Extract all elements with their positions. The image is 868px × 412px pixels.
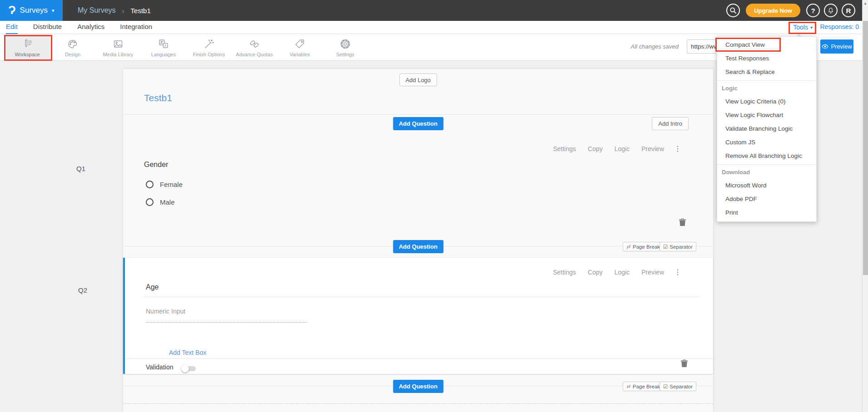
q1-option-female-label[interactable]: Female	[160, 181, 183, 188]
notifications-button[interactable]	[824, 4, 838, 17]
tab-edit[interactable]: Edit	[6, 21, 18, 34]
section-nav: Edit Distribute Analytics Integration To…	[0, 21, 868, 34]
menu-divider	[717, 164, 816, 165]
add-question-button-top[interactable]: Add Question	[393, 117, 443, 130]
caret-down-icon: ▾	[810, 21, 813, 34]
menu-item-remove-all-branching-logic[interactable]: Remove All Branching Logic	[717, 149, 816, 163]
product-name: Surveys	[20, 6, 48, 15]
menu-item-custom-js[interactable]: Custom JS	[717, 136, 816, 149]
toolbar-item-languages[interactable]: A Languages	[141, 34, 186, 60]
add-text-box-link[interactable]: Add Text Box	[169, 349, 206, 356]
add-logo-button[interactable]: Add Logo	[399, 74, 437, 86]
nav-tabs: Edit Distribute Analytics Integration	[6, 21, 152, 34]
page-break-button[interactable]: Page Break	[623, 242, 664, 251]
q1-actions-row: Settings Copy Logic Preview ⋮	[553, 144, 681, 153]
page-scrollbar[interactable]: ▲	[862, 0, 868, 412]
help-button[interactable]: ?	[806, 4, 820, 17]
q2-preview-action[interactable]: Preview	[641, 269, 664, 276]
tab-integration[interactable]: Integration	[120, 21, 152, 34]
q2-delete-button[interactable]	[681, 359, 688, 369]
search-button[interactable]	[726, 4, 740, 17]
validation-toggle[interactable]	[181, 365, 196, 372]
preview-button[interactable]: Preview	[820, 39, 853, 54]
add-question-button-bottom[interactable]: Add Question	[393, 380, 443, 393]
q2-settings-action[interactable]: Settings	[553, 269, 576, 276]
survey-title[interactable]: Testb1	[144, 93, 172, 103]
page-break-button[interactable]: Page Break	[623, 382, 664, 391]
checkbox-check-icon: ☑	[663, 383, 668, 390]
languages-translate-icon: A	[158, 38, 169, 50]
toolbar-item-variables[interactable]: Variables	[277, 34, 322, 60]
question-divider	[125, 358, 713, 359]
menu-item-view-logic-flowchart[interactable]: View Logic Flowchart	[717, 108, 816, 122]
search-icon	[729, 7, 737, 14]
toolbar-items: Workspace Design Media Library A Languag…	[5, 34, 368, 60]
question-divider	[144, 297, 699, 297]
breadcrumb-current-survey: Testb1	[131, 7, 151, 15]
scrollbar-up-arrow-icon[interactable]: ▲	[863, 1, 868, 5]
checkbox-check-icon: ☑	[663, 244, 668, 250]
q1-delete-button[interactable]	[679, 218, 686, 228]
toolbar-item-finish-options[interactable]: Finish Options	[186, 34, 232, 60]
q2-question-title[interactable]: Age	[146, 283, 159, 291]
q1-question-title[interactable]: Gender	[144, 161, 168, 169]
menu-item-view-logic-criteria[interactable]: View Logic Criteria (0)	[717, 95, 816, 108]
menu-item-adobe-pdf[interactable]: Adobe PDF	[717, 192, 816, 206]
numeric-input-field[interactable]: Numeric Input	[146, 308, 307, 323]
menu-item-search-replace[interactable]: Search & Replace	[717, 65, 816, 79]
separator-button[interactable]: ☑ Separator	[660, 242, 696, 251]
trash-icon	[679, 218, 686, 226]
upgrade-now-button[interactable]: Upgrade Now	[746, 4, 800, 17]
scrollbar-thumb[interactable]	[863, 21, 868, 275]
toolbar-item-workspace[interactable]: Workspace	[5, 34, 50, 60]
menu-item-validate-branching-logic[interactable]: Validate Branching Logic	[717, 122, 816, 136]
q2-question-card-selected[interactable]: Settings Copy Logic Preview ⋮ Age Numeri…	[123, 258, 713, 374]
radio-button-icon[interactable]	[146, 198, 154, 206]
workspace-icon	[21, 38, 33, 50]
q1-preview-action[interactable]: Preview	[641, 145, 664, 152]
account-avatar[interactable]: R	[842, 4, 855, 17]
menu-item-test-responses[interactable]: Test Responses	[717, 52, 816, 65]
separator-button[interactable]: ☑ Separator	[660, 382, 696, 391]
responses-count[interactable]: Responses: 0	[820, 21, 859, 34]
menu-item-compact-view[interactable]: Compact View	[717, 38, 816, 52]
kebab-menu-icon[interactable]: ⋮	[674, 268, 681, 276]
surveys-product-menu[interactable]: Ɂ Surveys ▾	[0, 0, 63, 21]
add-intro-button[interactable]: Add Intro	[652, 117, 689, 130]
questionpro-logo-icon: Ɂ	[8, 5, 15, 16]
menu-item-microsoft-word[interactable]: Microsoft Word	[717, 179, 816, 192]
q1-copy-action[interactable]: Copy	[588, 145, 603, 152]
q2-actions-row: Settings Copy Logic Preview ⋮	[553, 268, 681, 276]
topbar-actions: Upgrade Now ? R	[726, 0, 855, 21]
q1-settings-action[interactable]: Settings	[553, 145, 576, 152]
kebab-menu-icon[interactable]: ⋮	[674, 144, 681, 153]
top-bar: Ɂ Surveys ▾ My Surveys › Testb1 Upgrade …	[0, 0, 868, 21]
q2-logic-action[interactable]: Logic	[615, 269, 630, 276]
toolbar-item-design[interactable]: Design	[50, 34, 95, 60]
question-code-q2: Q2	[78, 286, 87, 294]
toolbar-item-settings[interactable]: Settings	[322, 34, 368, 60]
tools-dropdown-trigger[interactable]: Tools ▾	[793, 21, 813, 34]
caret-down-icon: ▾	[52, 8, 55, 14]
question-mark-icon: ?	[811, 7, 815, 15]
broken-link-icon	[626, 245, 631, 249]
survey-canvas: Add Logo Testb1 Add Question Add Intro S…	[123, 69, 713, 412]
tools-dropdown-menu: Compact View Test Responses Search & Rep…	[717, 36, 817, 222]
add-question-button-middle[interactable]: Add Question	[393, 240, 443, 253]
toolbar-item-advance-quotas[interactable]: Advance Quotas	[232, 34, 277, 60]
menu-item-print[interactable]: Print	[717, 206, 816, 220]
tab-analytics[interactable]: Analytics	[77, 21, 104, 34]
tools-label: Tools	[793, 21, 808, 34]
radio-button-icon[interactable]	[146, 181, 154, 188]
q2-copy-action[interactable]: Copy	[588, 269, 603, 276]
chain-links-icon	[248, 38, 260, 50]
tag-icon	[294, 38, 306, 50]
breadcrumb-my-surveys[interactable]: My Surveys	[78, 6, 116, 15]
toolbar-item-media-library[interactable]: Media Library	[95, 34, 141, 60]
tab-distribute[interactable]: Distribute	[33, 21, 62, 34]
breadcrumb: My Surveys › Testb1	[78, 0, 151, 21]
gear-icon	[339, 38, 351, 50]
chevron-right-icon: ›	[122, 7, 124, 15]
q1-option-male-label[interactable]: Male	[160, 198, 175, 206]
q1-logic-action[interactable]: Logic	[615, 145, 630, 152]
